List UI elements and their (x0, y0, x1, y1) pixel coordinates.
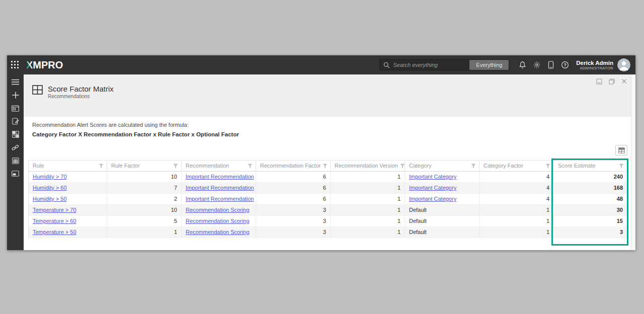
column-header-recommendation[interactable]: Recommendation (182, 161, 256, 172)
table-row: Temperature > 50 1 Recommendation Scorin… (29, 227, 627, 238)
console-icon[interactable] (11, 170, 20, 178)
recommendation-factor-value: 3 (256, 227, 331, 238)
rule-link[interactable]: Temperature > 50 (33, 229, 76, 235)
formula-text: Category Factor X Recommendation Factor … (32, 131, 635, 137)
vertical-scrollbar[interactable] (631, 74, 635, 250)
category-value: Default (405, 205, 479, 216)
score-matrix-table: Rule Rule Factor Recommendation Recommen… (28, 160, 627, 238)
app-window-icon[interactable] (11, 104, 20, 112)
column-header-score-estimate[interactable]: Score Estimate (554, 161, 627, 172)
recommendation-version-value: 1 (331, 216, 405, 227)
recommendation-version-value: 1 (331, 205, 405, 216)
add-icon[interactable] (11, 91, 20, 99)
page-title: Score Factor Matrix (48, 85, 114, 93)
table-row: Temperature > 60 5 Recommendation Scorin… (29, 216, 627, 227)
recommendation-link[interactable]: Recommendation Scoring (186, 229, 250, 235)
restore-icon[interactable] (608, 78, 615, 85)
recommendation-link[interactable]: Recommendation Scoring (186, 218, 250, 224)
export-grid-icon (618, 147, 625, 153)
content-area: Score Factor Matrix Recommendations Reco… (24, 74, 635, 250)
link-icon[interactable] (11, 143, 20, 151)
filter-icon[interactable] (99, 164, 104, 169)
filter-icon[interactable] (400, 164, 405, 169)
recommendation-version-value: 1 (331, 194, 405, 205)
avatar[interactable] (617, 58, 630, 71)
category-factor-value: 1 (479, 227, 554, 238)
export-grid-button[interactable] (615, 145, 627, 155)
score-matrix-table-wrap: Rule Rule Factor Recommendation Recommen… (28, 160, 627, 238)
task-edit-icon[interactable] (11, 117, 20, 125)
close-icon[interactable] (621, 78, 627, 85)
logo-x: X (26, 59, 33, 71)
notifications-bell-icon[interactable] (518, 61, 527, 69)
user-name: Derick Admin (576, 60, 613, 66)
table-row: Humidity > 70 10 Important Recommendatio… (29, 172, 627, 183)
score-estimate-value: 15 (554, 216, 627, 227)
modules-icon[interactable] (11, 130, 20, 138)
recommendation-factor-value: 3 (256, 216, 331, 227)
search-icon (383, 62, 390, 68)
search-scope-button[interactable]: Everything (469, 60, 509, 70)
user-menu[interactable]: Derick Admin ADMINISTRATOR (576, 60, 613, 70)
category-factor-value: 1 (479, 216, 554, 227)
category-link[interactable]: Important Category (409, 196, 456, 202)
filter-icon[interactable] (248, 164, 253, 169)
column-header-rule[interactable]: Rule (29, 161, 107, 172)
table-row: Humidity > 50 2 Important Recommendation… (29, 194, 627, 205)
formula-description: Recommendation Alert Scores are calculat… (32, 122, 635, 128)
rule-factor-value: 1 (107, 227, 182, 238)
recommendation-factor-value: 6 (256, 172, 331, 183)
rule-link[interactable]: Temperature > 60 (33, 218, 76, 224)
category-link[interactable]: Important Category (409, 185, 456, 191)
column-header-recommendation-version[interactable]: Recommendation Version (331, 161, 405, 172)
mobile-device-icon[interactable] (546, 61, 555, 69)
table-header-row: Rule Rule Factor Recommendation Recommen… (29, 161, 627, 172)
rule-factor-value: 10 (107, 205, 182, 216)
recommendation-version-value: 1 (331, 183, 405, 194)
category-factor-value: 4 (479, 172, 554, 183)
rule-factor-value: 5 (107, 216, 182, 227)
filter-icon[interactable] (619, 164, 624, 169)
minimize-icon[interactable] (596, 78, 602, 85)
score-estimate-value: 30 (554, 205, 627, 216)
recommendation-link[interactable]: Important Recommendation (186, 196, 254, 202)
panel-window-controls (596, 78, 627, 85)
rule-link[interactable]: Humidity > 70 (33, 174, 67, 180)
recommendation-version-value: 1 (331, 227, 405, 238)
column-header-category[interactable]: Category (405, 161, 479, 172)
xmpro-logo: XMPRO (26, 59, 63, 71)
main-panel: Recommendation Alert Scores are calculat… (24, 117, 635, 250)
recommendation-link[interactable]: Important Recommendation (186, 185, 254, 191)
settings-gear-icon[interactable] (532, 61, 541, 69)
rule-link[interactable]: Humidity > 50 (33, 196, 67, 202)
column-header-rule-factor[interactable]: Rule Factor (107, 161, 182, 172)
help-icon[interactable]: ? (560, 61, 569, 69)
page-header: Score Factor Matrix Recommendations (24, 74, 635, 117)
column-header-recommendation-factor[interactable]: Recommendation Factor (256, 161, 331, 172)
search-input[interactable] (393, 62, 469, 68)
recommendation-link[interactable]: Recommendation Scoring (186, 207, 250, 213)
category-link[interactable]: Important Category (409, 174, 456, 180)
recommendation-link[interactable]: Important Recommendation (186, 174, 254, 180)
column-header-category-factor[interactable]: Category Factor (479, 161, 554, 172)
matrix-grid-icon (32, 85, 43, 95)
filter-icon[interactable] (173, 164, 178, 169)
recommendation-factor-value: 6 (256, 194, 331, 205)
category-factor-value: 4 (479, 183, 554, 194)
category-factor-value: 1 (479, 205, 554, 216)
rule-link[interactable]: Humidity > 60 (33, 185, 67, 191)
category-factor-value: 4 (479, 194, 554, 205)
filter-icon[interactable] (323, 164, 328, 169)
menu-icon[interactable] (11, 78, 20, 86)
user-role: ADMINISTRATOR (576, 66, 613, 70)
table-row: Temperature > 70 10 Recommendation Scori… (29, 205, 627, 216)
apps-grid-icon[interactable] (11, 61, 19, 69)
filter-icon[interactable] (471, 164, 476, 169)
rule-link[interactable]: Temperature > 70 (33, 207, 76, 213)
rule-factor-value: 2 (107, 194, 182, 205)
recommendation-factor-value: 3 (256, 205, 331, 216)
topbar-icons: ? (518, 61, 569, 69)
filter-icon[interactable] (545, 164, 550, 169)
calculator-icon[interactable] (11, 156, 20, 165)
recommendation-factor-value: 6 (256, 183, 331, 194)
